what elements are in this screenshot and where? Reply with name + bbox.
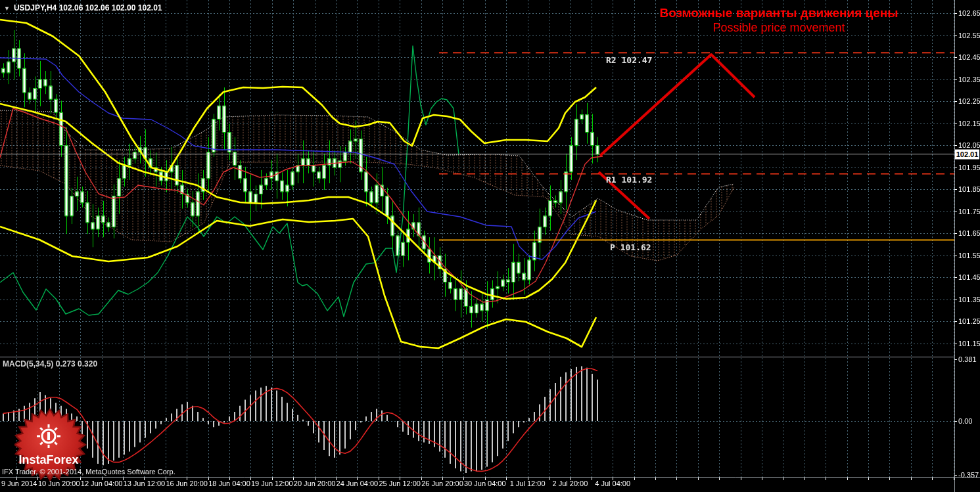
macd-value: 0.273	[56, 359, 76, 369]
annotation-line-en: Possible price movement	[644, 20, 914, 35]
price-axis-label: 101.25	[958, 317, 980, 325]
chevron-down-icon[interactable]: ▼	[4, 5, 10, 12]
date-axis-label: 20 Jun 20:00	[294, 480, 336, 487]
price-axis-label: 101.85	[958, 185, 980, 193]
macd-axis-min-label: -0.357	[958, 471, 979, 479]
pivot-label-r2: R2 102.47	[606, 55, 652, 65]
price-axis-label: 101.45	[958, 273, 980, 281]
pivot-label-r1: R1 101.92	[606, 175, 652, 185]
price-axis-label: 102.05	[958, 141, 980, 149]
ohlc-high: 102.06	[85, 3, 110, 12]
symbol-label: USDJPY,H4	[14, 3, 57, 12]
price-axis-label: 102.35	[958, 76, 980, 83]
date-axis-label: 18 Jun 04:00	[208, 480, 250, 487]
chart-window: ▼USDJPY,H4 102.06 102.06 102.00 102.01 В…	[0, 0, 980, 492]
price-axis-label: 102.25	[958, 97, 980, 105]
date-axis-label: 9 Jun 2014	[1, 480, 37, 487]
macd-axis-max-label: 0.381	[958, 355, 977, 363]
date-axis-label: 30 Jun 04:00	[464, 480, 506, 487]
macd-signal-value: 0.320	[78, 359, 97, 369]
date-axis-label: 1 Jul 12:00	[510, 480, 546, 487]
price-axis-label: 102.45	[958, 53, 980, 61]
price-axis-label: 101.55	[958, 252, 980, 259]
date-axis-label: 10 Jun 20:00	[38, 480, 80, 487]
date-axis-label: 26 Jun 20:00	[421, 480, 463, 487]
ohlc-close: 102.01	[138, 3, 162, 12]
price-axis-label: 101.95	[958, 164, 980, 171]
price-axis-label: 101.35	[958, 296, 980, 303]
pivot-label-p: P 101.62	[610, 242, 651, 252]
chart-title: ▼USDJPY,H4 102.06 102.06 102.00 102.01	[4, 3, 162, 12]
date-axis-label: 24 Jun 04:00	[337, 480, 379, 487]
annotation-line-ru: Возможные варианты движения цены	[644, 5, 914, 20]
date-axis-label: 12 Jun 04:00	[81, 480, 123, 487]
date-axis-label: 16 Jun 20:00	[166, 480, 208, 487]
current-price-tag: 102.01	[955, 149, 979, 159]
macd-axis-zero-label: 0.00	[958, 417, 972, 425]
price-axis-label: 101.65	[958, 229, 980, 237]
date-axis-label: 2 Jul 20:00	[552, 480, 588, 487]
date-axis-label: 13 Jun 12:00	[124, 480, 166, 487]
price-movement-annotation: Возможные варианты движения цены Possibl…	[644, 5, 914, 35]
price-axis-label: 102.55	[958, 32, 980, 39]
chart-canvas[interactable]	[0, 0, 980, 492]
ohlc-low: 102.00	[112, 3, 136, 12]
ohlc-open: 102.06	[59, 3, 83, 12]
copyright-text: IFX Trader, © 2001-2014, MetaQuotes Soft…	[2, 468, 175, 476]
date-axis-label: 19 Jun 12:00	[251, 480, 293, 487]
date-axis-label: 4 Jul 04:00	[595, 480, 630, 487]
macd-name: MACD(5,34,5)	[3, 359, 53, 369]
logo-text: InstaForex	[18, 453, 78, 466]
price-axis-label: 102.15	[958, 120, 980, 127]
price-axis-label: 101.75	[958, 208, 980, 215]
price-axis-label: 102.65	[958, 9, 980, 17]
macd-indicator-label: MACD(5,34,5) 0.273 0.320	[3, 359, 97, 369]
date-axis-label: 25 Jun 12:00	[379, 480, 421, 487]
price-axis-label: 101.15	[958, 340, 980, 347]
